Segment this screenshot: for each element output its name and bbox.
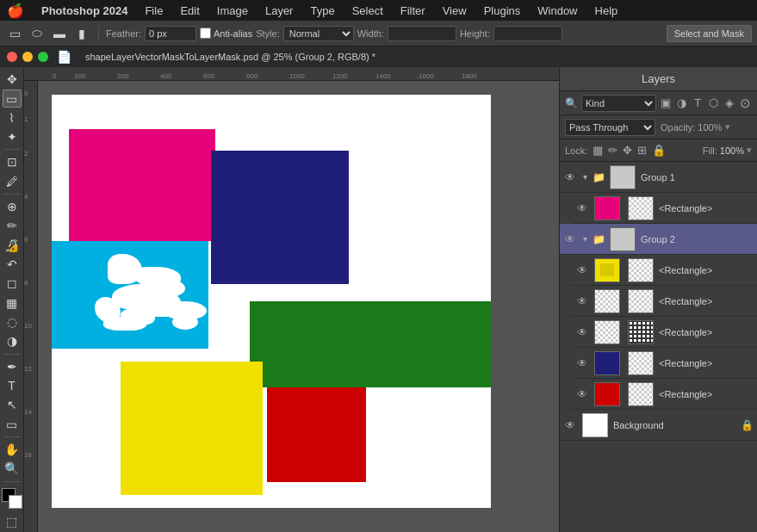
layer-thumb-background: [582, 413, 608, 437]
window-minimize-button[interactable]: [22, 52, 33, 62]
crop-tool-icon[interactable]: ⊡: [3, 153, 22, 170]
layer-filter-adjust-icon[interactable]: ◑: [676, 96, 689, 111]
layer-filter-smart-icon[interactable]: ◈: [723, 96, 736, 111]
history-brush-icon[interactable]: ↶: [3, 256, 22, 273]
lock-artboard-icon[interactable]: ⊞: [637, 144, 647, 157]
layer-row-group2[interactable]: 👁 ▾ 📁 Group 2: [560, 224, 757, 255]
layer-row-rect8[interactable]: 👁 <Rectangle>: [572, 379, 757, 410]
menu-plugins[interactable]: Plugins: [477, 3, 528, 19]
blend-mode-select[interactable]: Pass Through Normal Multiply Screen Over…: [565, 119, 655, 136]
eye-icon-rect8[interactable]: 👁: [575, 387, 589, 401]
layer-kind-select[interactable]: Kind Name Effect Mode Attribute Color Sm…: [581, 95, 656, 112]
eye-icon-rect5[interactable]: 👁: [575, 294, 589, 308]
opacity-label: Opacity:: [661, 122, 695, 133]
dodge-icon[interactable]: ◑: [3, 332, 22, 350]
layer-row-rect1[interactable]: 👁 <Rectangle>: [572, 193, 757, 224]
layer-row-rect4[interactable]: 👁 <Rectangle>: [572, 255, 757, 286]
ruler-tick-1200: 1200: [332, 72, 348, 80]
eye-icon-rect7[interactable]: 👁: [575, 356, 589, 370]
lock-all-icon[interactable]: 🔒: [652, 144, 666, 157]
tool-sep-2: [3, 194, 21, 195]
style-select[interactable]: Normal Fixed Ratio Fixed Size: [283, 26, 354, 41]
ruler-tick-v-100: 1: [24, 115, 28, 123]
layer-row-rect6[interactable]: 👁 <Rectangle>: [572, 317, 757, 348]
layer-row-background[interactable]: 👁 Background 🔒: [560, 410, 757, 441]
layer-row-rect5[interactable]: 👁 <Rectangle>: [572, 286, 757, 317]
menu-view[interactable]: View: [436, 3, 474, 19]
lock-position-icon[interactable]: ✥: [623, 144, 632, 157]
layer-name-rect7: <Rectangle>: [659, 358, 754, 368]
hand-tool-icon[interactable]: ✋: [3, 441, 22, 458]
gradient-icon[interactable]: ▦: [3, 294, 22, 312]
ruler-tick-1800: 1800: [461, 72, 477, 80]
layer-filter-shape-icon[interactable]: ⬡: [708, 96, 721, 111]
lock-image-icon[interactable]: ✏: [608, 144, 617, 157]
move-tool-icon[interactable]: ✥: [3, 71, 22, 88]
foreground-bg-colors[interactable]: [2, 488, 22, 507]
text-tool-icon[interactable]: T: [3, 377, 22, 394]
fill-value[interactable]: 100%: [720, 145, 744, 156]
menu-filter[interactable]: Filter: [394, 3, 432, 19]
white-blob-5: [155, 280, 185, 297]
path-select-icon[interactable]: ↖: [3, 396, 22, 413]
opacity-arrow[interactable]: ▾: [725, 121, 730, 133]
eye-icon-rect6[interactable]: 👁: [575, 325, 589, 339]
opacity-group: Opacity: 100% ▾: [661, 121, 730, 133]
blur-icon[interactable]: ◌: [3, 313, 22, 331]
menu-select[interactable]: Select: [345, 3, 390, 19]
menu-help[interactable]: Help: [588, 3, 625, 19]
clone-stamp-icon[interactable]: 🔏: [3, 237, 22, 254]
pen-tool-icon[interactable]: ✒: [3, 358, 22, 375]
eyedropper-icon[interactable]: 🖉: [3, 173, 22, 190]
heal-brush-icon[interactable]: ⊕: [3, 198, 22, 215]
expand-group1[interactable]: ▾: [580, 172, 590, 182]
brush-tool-icon[interactable]: ✏: [3, 217, 22, 234]
shape-yellow: [121, 362, 263, 495]
menu-image[interactable]: Image: [210, 3, 255, 19]
layer-row-rect7[interactable]: 👁 <Rectangle>: [572, 348, 757, 379]
rect-marquee-icon[interactable]: ▭: [5, 24, 24, 43]
layer-filter-toggle-icon[interactable]: ⊙: [740, 96, 753, 111]
lock-transparent-icon[interactable]: ▦: [593, 144, 603, 157]
eye-icon-rect4[interactable]: 👁: [575, 263, 589, 277]
menu-window[interactable]: Window: [531, 3, 584, 19]
canvas[interactable]: [52, 95, 491, 508]
apple-logo-icon[interactable]: 🍎: [7, 3, 24, 19]
fill-arrow[interactable]: ▾: [747, 145, 752, 156]
window-close-button[interactable]: [7, 52, 17, 62]
fill-group: Fill: 100% ▾: [703, 145, 752, 156]
layer-row-group1[interactable]: 👁 ▾ 📁 Group 1: [560, 162, 757, 193]
zoom-tool-icon[interactable]: 🔍: [3, 460, 22, 477]
shape-tool-icon[interactable]: ▭: [3, 416, 22, 433]
select-and-mask-button[interactable]: Select and Mask: [667, 25, 752, 42]
layer-filter-type-icon[interactable]: T: [692, 96, 704, 111]
lasso-tool-icon[interactable]: ⌇: [3, 109, 22, 127]
menu-file[interactable]: File: [138, 3, 170, 19]
eye-icon-rect1[interactable]: 👁: [575, 201, 589, 215]
expand-group2[interactable]: ▾: [580, 234, 590, 244]
width-input[interactable]: [388, 26, 456, 41]
window-maximize-button[interactable]: [38, 52, 48, 62]
eye-icon-group1[interactable]: 👁: [563, 170, 577, 184]
ellipse-marquee-icon[interactable]: ⬭: [28, 24, 47, 43]
opacity-value[interactable]: 100%: [698, 122, 722, 133]
marquee-tool-icon[interactable]: ▭: [3, 90, 22, 107]
eye-icon-group2[interactable]: 👁: [563, 232, 577, 246]
canvas-frame[interactable]: [38, 81, 559, 532]
eye-icon-background[interactable]: 👁: [563, 418, 577, 432]
layer-name-group1: Group 1: [641, 172, 754, 182]
menu-layer[interactable]: Layer: [258, 3, 301, 19]
antialias-checkbox[interactable]: [200, 28, 211, 39]
menu-type[interactable]: Type: [303, 3, 341, 19]
app-name[interactable]: Photoshop 2024: [34, 3, 134, 19]
layer-filter-pixel-icon[interactable]: ▣: [660, 96, 673, 111]
eraser-icon[interactable]: ◻: [3, 275, 22, 292]
magic-wand-icon[interactable]: ✦: [3, 128, 22, 145]
single-row-icon[interactable]: ▬: [50, 24, 69, 43]
single-col-icon[interactable]: ▮: [72, 24, 91, 43]
height-input[interactable]: [493, 26, 562, 41]
quick-mask-icon[interactable]: ⬚: [3, 512, 22, 529]
menu-edit[interactable]: Edit: [173, 3, 206, 19]
feather-input[interactable]: [145, 26, 196, 41]
shape-red: [267, 387, 366, 482]
